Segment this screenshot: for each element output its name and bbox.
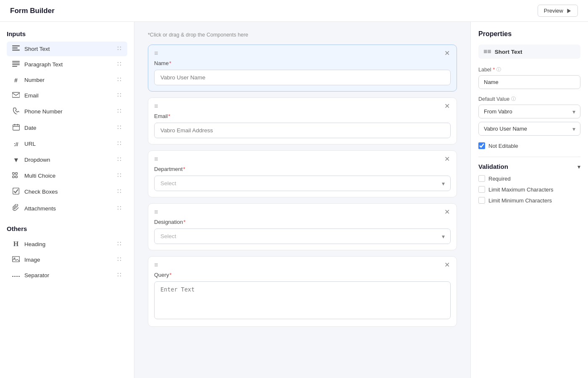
field-label-designation-card: Designation*: [154, 219, 451, 225]
multi-choice-icon: [12, 172, 20, 179]
not-editable-checkbox[interactable]: [478, 142, 485, 149]
check-boxes-icon: [12, 188, 20, 196]
drag-handle-name-card[interactable]: ≡: [154, 50, 158, 57]
form-field-select-designation-card[interactable]: Select: [154, 228, 451, 244]
number-icon: #: [12, 76, 20, 84]
svg-marker-0: [567, 8, 571, 13]
form-field-input-name-card[interactable]: [154, 70, 451, 85]
form-field-select-wrapper-designation-card: Select: [154, 228, 451, 244]
drag-dots-image: [116, 256, 122, 263]
svg-point-57: [120, 192, 121, 193]
sidebar-item-label-image: Image: [24, 257, 40, 263]
form-field-textarea-query-card[interactable]: [154, 281, 451, 319]
sidebar-item-heading[interactable]: H Heading: [7, 236, 127, 252]
sidebar-item-date[interactable]: Date: [7, 120, 127, 136]
svg-point-65: [120, 244, 121, 245]
validation-checkbox-required[interactable]: [478, 175, 485, 182]
validation-item-label-required: Required: [488, 176, 511, 182]
sidebar-item-short-text[interactable]: Short Text: [7, 42, 127, 56]
form-card-department-card[interactable]: ≡ ✕ Department* Select: [148, 150, 457, 197]
svg-point-15: [120, 65, 121, 66]
svg-rect-20: [12, 92, 20, 97]
svg-point-28: [120, 112, 121, 113]
drag-handle-email-card[interactable]: ≡: [154, 102, 158, 110]
svg-point-4: [118, 47, 118, 47]
svg-point-71: [120, 260, 121, 261]
svg-point-59: [120, 206, 121, 207]
svg-point-42: [120, 158, 121, 158]
form-card-query-card[interactable]: ≡ ✕ Query*: [148, 256, 457, 327]
sidebar-item-left: :// URL: [12, 140, 36, 147]
label-field-label: Label * ⓘ: [478, 66, 580, 73]
field-label-email-card: Email*: [154, 113, 451, 119]
label-info-icon: ⓘ: [496, 66, 501, 73]
sidebar-item-paragraph-text[interactable]: Paragraph Text: [7, 57, 127, 72]
preview-button[interactable]: Preview: [538, 5, 578, 17]
app-header: Form Builder Preview: [0, 0, 588, 22]
svg-rect-10: [12, 64, 20, 65]
close-button-email-card[interactable]: ✕: [444, 102, 451, 110]
sidebar-item-left: Attachments: [12, 204, 56, 213]
default-value-label: Default Value ⓘ: [478, 96, 580, 102]
sidebar-item-image[interactable]: Image: [7, 252, 127, 267]
sidebar-item-label-separator: Separator: [24, 272, 49, 278]
validation-header[interactable]: Validation ▾: [478, 163, 580, 170]
sidebar-item-separator[interactable]: Separator: [7, 268, 127, 283]
svg-point-17: [120, 78, 121, 79]
svg-point-50: [120, 173, 121, 174]
validation-checkbox-limit-max-chars[interactable]: [478, 186, 485, 193]
svg-point-49: [118, 173, 118, 174]
close-button-query-card[interactable]: ✕: [444, 261, 451, 269]
drag-dots-short-text: [116, 45, 122, 52]
default-value-dropdown2[interactable]: Vabro User Name User Email Department: [478, 122, 580, 136]
sidebar-item-label-attachments: Attachments: [24, 205, 56, 212]
drag-dots-email: [116, 92, 122, 99]
sidebar-item-email[interactable]: Email: [7, 88, 127, 103]
sidebar-item-label-number: Number: [24, 77, 45, 83]
short-text-icon: [12, 45, 20, 52]
svg-point-73: [118, 273, 118, 274]
sidebar-item-label-date: Date: [24, 125, 37, 131]
sidebar-item-attachments[interactable]: Attachments: [7, 200, 127, 217]
svg-point-58: [118, 206, 118, 207]
form-field-select-department-card[interactable]: Select: [154, 176, 451, 191]
close-button-designation-card[interactable]: ✕: [444, 208, 451, 216]
validation-checkbox-limit-min-chars[interactable]: [478, 197, 485, 204]
default-value-info-icon: ⓘ: [511, 96, 516, 102]
svg-rect-53: [13, 188, 19, 194]
sidebar-item-label-email: Email: [24, 92, 39, 99]
sidebar-item-left: Image: [12, 256, 40, 263]
form-card-name-card[interactable]: ≡ ✕ Name*: [148, 45, 457, 92]
sidebar-item-check-boxes[interactable]: Check Boxes: [7, 184, 127, 200]
form-field-input-email-card[interactable]: [154, 123, 451, 138]
form-card-email-card[interactable]: ≡ ✕ Email*: [148, 97, 457, 144]
svg-point-39: [118, 144, 118, 145]
close-button-name-card[interactable]: ✕: [444, 49, 451, 58]
svg-point-69: [120, 257, 121, 258]
sidebar-item-number[interactable]: # Number: [7, 73, 127, 87]
drag-handle-department-card[interactable]: ≡: [154, 155, 158, 163]
sidebar: Inputs Short Text Paragraph Text # Numbe…: [0, 22, 134, 378]
svg-rect-11: [12, 66, 17, 67]
validation-section: Validation ▾ Required Limit Maximum Char…: [478, 157, 580, 204]
drag-handle-designation-card[interactable]: ≡: [154, 208, 158, 216]
sidebar-item-phone-number[interactable]: Phone Number: [7, 104, 127, 119]
form-card-designation-card[interactable]: ≡ ✕ Designation* Select: [148, 203, 457, 250]
sidebar-item-dropdown[interactable]: ▾ Dropdown: [7, 152, 127, 168]
drag-dots-heading: [116, 241, 122, 248]
label-input[interactable]: [478, 75, 580, 89]
default-value-dropdown1[interactable]: From Vabro Custom: [478, 105, 580, 118]
validation-chevron-icon: ▾: [578, 163, 580, 170]
drag-handle-query-card[interactable]: ≡: [154, 261, 158, 269]
drag-dots-separator: [116, 272, 122, 279]
svg-point-51: [118, 176, 118, 177]
validation-item-label-limit-max-chars: Limit Maximum Characters: [488, 186, 554, 193]
drag-dots-dropdown: [116, 156, 122, 163]
sidebar-item-label-url: URL: [24, 141, 36, 147]
close-button-department-card[interactable]: ✕: [444, 155, 451, 163]
sidebar-item-multi-choice[interactable]: Multi Choice: [7, 168, 127, 183]
prop-field-type-header: ≡≡ Short Text: [478, 45, 580, 59]
sidebar-item-url[interactable]: :// URL: [7, 136, 127, 151]
date-icon: [12, 124, 20, 132]
svg-point-40: [120, 144, 121, 145]
